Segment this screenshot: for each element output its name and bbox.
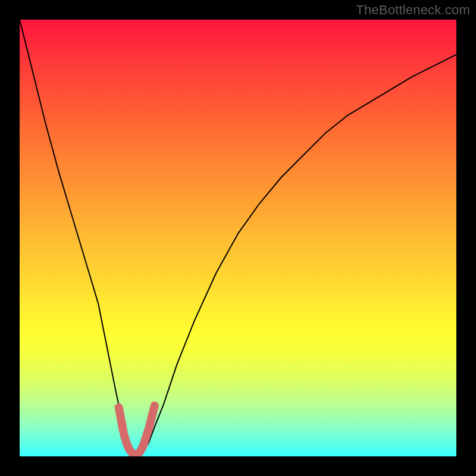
attribution-text: TheBottleneck.com — [356, 2, 470, 18]
chart-svg — [20, 20, 456, 456]
plot-area — [20, 20, 456, 456]
chart-outer-frame: TheBottleneck.com — [0, 0, 476, 476]
main-curve — [20, 20, 456, 455]
highlight-curve — [119, 406, 155, 455]
